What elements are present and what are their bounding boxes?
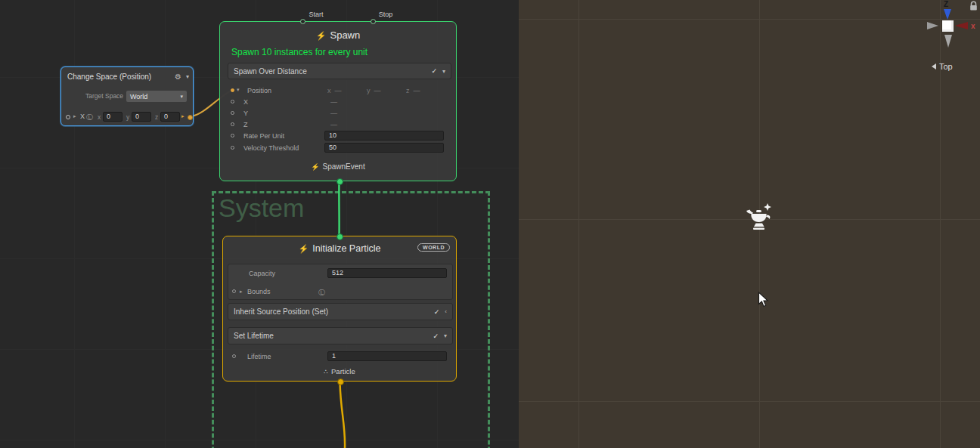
y-axis-label: y [367,87,371,94]
unity-vfx-editor: System Change Space (Position) ⚙ ▾ Targe… [0,0,980,448]
y-value: — [330,110,337,117]
start-port[interactable] [300,19,305,24]
edge-initialize-output[interactable] [340,382,346,448]
block-title: Spawn Over Distance [234,67,307,76]
position-label: Position [247,87,271,94]
gizmo-view-mode[interactable]: Top [932,62,953,71]
gizmo-x-axis-cone[interactable] [955,22,968,29]
y-label: Y [243,110,248,117]
z-axis-label: z [406,87,410,94]
capacity-row: Capacity 512 [231,268,454,280]
vfx-lamp-icon[interactable] [746,202,776,231]
particle-footer: ∴Particle [223,367,456,375]
bolt-icon: ⚡ [298,244,309,253]
change-space-node[interactable]: Change Space (Position) ⚙ ▾ Target Space… [60,66,194,126]
velocity-threshold-row: Velocity Threshold 50 [228,143,451,154]
scene-view[interactable]: Z x Top [519,0,980,448]
block-enabled-checkbox[interactable]: ✓ [433,332,439,340]
chevron-down-icon[interactable]: ▾ [442,68,445,75]
set-lifetime-block-header[interactable]: Set Lifetime ✓ ▾ [228,327,453,344]
expand-triangle-icon[interactable]: ▸ [73,113,76,119]
gizmo-z-axis-cone[interactable] [944,9,951,20]
y-axis-label: y [126,113,129,121]
chevron-left-icon[interactable]: ‹ [445,308,447,315]
gear-icon[interactable]: ⚙ [175,73,181,81]
gizmo-down-axis-cone[interactable] [944,35,952,48]
gizmo-left-axis-cone[interactable] [927,22,938,29]
spawn-event-footer: ⚡SpawnEvent [220,162,456,171]
chevron-down-icon[interactable]: ▾ [444,332,447,339]
velocity-threshold-field[interactable]: 50 [324,143,444,153]
block-title: Set Lifetime [234,332,274,340]
x-property-row: X — [228,97,451,108]
change-space-title: Change Space (Position) [67,73,151,81]
chevron-down-icon[interactable]: ▾ [186,73,189,80]
spawn-output-port[interactable] [336,178,343,185]
bolt-icon: ⚡ [316,31,327,40]
target-space-dropdown[interactable]: World ▾ [126,91,187,102]
rate-per-unit-port[interactable] [231,134,234,137]
grid-line [578,0,579,448]
dropdown-arrow-icon: ▾ [180,94,183,100]
x-axis-label: x [98,113,101,121]
world-space-badge[interactable]: WORLD [417,243,450,252]
initialize-input-port[interactable] [336,233,343,240]
z-label: Z [243,121,248,128]
view-label: Top [939,62,953,71]
spawn-context-node[interactable]: Start Stop ⚡Spawn Spawn 10 instances for… [219,21,457,181]
change-space-header[interactable]: Change Space (Position) ⚙ ▾ [67,71,189,82]
orientation-gizmo[interactable]: Z x Top [924,0,980,76]
block-enabled-checkbox[interactable]: ✓ [431,67,437,75]
target-space-label: Target Space [85,92,123,100]
particle-icon: ∴ [324,368,328,375]
z-property-row: Z — [228,119,451,131]
lifetime-row: Lifetime 1 [231,351,454,363]
velocity-threshold-port[interactable] [231,146,234,150]
y-input-port[interactable] [231,111,234,115]
position-input-port[interactable] [231,88,234,92]
z-input-port[interactable] [231,122,234,126]
fold-triangle-icon[interactable]: ▾ [237,87,240,93]
x-value-field[interactable]: 0 [103,112,122,122]
mouse-cursor [758,292,770,308]
capacity-label: Capacity [249,270,275,277]
rate-per-unit-row: Rate Per Unit 10 [228,131,451,142]
z-value: — [330,121,337,128]
x-input-port[interactable] [66,115,70,119]
target-space-value: World [130,93,147,100]
lifetime-input-port[interactable] [232,354,236,358]
bounds-label: Bounds [247,288,271,295]
lock-icon[interactable] [969,1,978,11]
initialize-particle-node[interactable]: ⚡Initialize Particle WORLD Capacity 512 … [222,236,457,382]
back-arrow-icon [932,63,936,70]
x-label: X [243,98,248,106]
block-enabled-checkbox[interactable]: ✓ [434,308,440,316]
x-input-port[interactable] [231,100,234,104]
gizmo-x-label: x [971,22,975,30]
spawn-over-distance-block-header[interactable]: Spawn Over Distance ✓ ▾ [228,63,451,79]
bolt-icon: ⚡ [311,163,319,171]
particle-output-port[interactable] [337,378,344,385]
inherit-source-position-block-header[interactable]: Inherit Source Position (Set) ✓ ‹ [228,303,453,320]
vfx-graph-canvas[interactable]: System Change Space (Position) ⚙ ▾ Targe… [0,0,519,448]
block-title: Inherit Source Position (Set) [234,307,328,316]
stop-port-label: Stop [379,11,393,18]
rate-per-unit-field[interactable]: 10 [324,131,444,141]
capacity-field[interactable]: 512 [327,268,447,278]
stop-port[interactable] [371,19,376,24]
rate-per-unit-label: Rate Per Unit [243,132,284,140]
spawn-subtitle: Spawn 10 instances for every unit [231,47,368,57]
gizmo-center-cube[interactable] [942,20,954,32]
bounds-input-port[interactable] [232,289,236,293]
spawn-node-title: ⚡Spawn [220,29,456,41]
y-value-field[interactable]: 0 [132,112,151,122]
x-axis-label: x [327,87,331,94]
z-value-field[interactable]: 0 [160,112,180,122]
lifetime-field[interactable]: 1 [327,351,447,361]
expand-triangle-icon[interactable]: ▸ [240,289,243,295]
velocity-threshold-label: Velocity Threshold [243,144,299,152]
x-port-label: X [80,113,85,120]
position-output-port[interactable] [188,115,193,120]
space-local-icon[interactable]: Ⓛ [318,288,325,298]
space-local-icon[interactable]: Ⓛ [86,113,93,122]
